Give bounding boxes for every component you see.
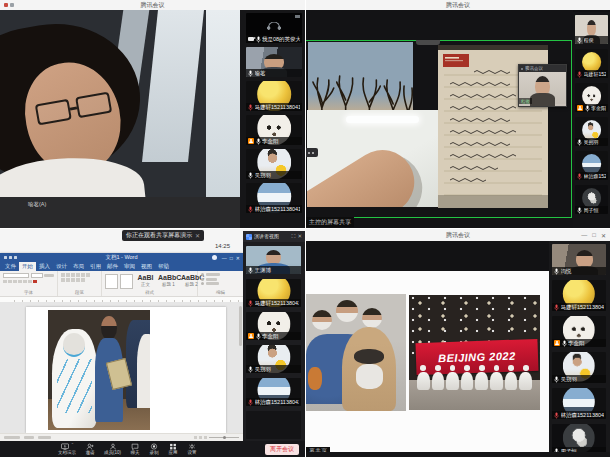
expand-icon[interactable]: ⛶ bbox=[292, 231, 296, 242]
tooltip-close-icon[interactable]: ✕ bbox=[195, 232, 200, 239]
minimize-button[interactable]: — bbox=[581, 232, 587, 238]
participant-tile[interactable]: 喻茗 bbox=[246, 47, 302, 77]
participant-tile[interactable]: 吴朔羽 bbox=[246, 345, 301, 373]
share-toolbar-pill[interactable] bbox=[416, 40, 440, 45]
participant-tile[interactable]: 马建轩1521138041 bbox=[246, 279, 301, 307]
ribbon-tab-邮件[interactable]: 邮件 bbox=[104, 262, 121, 271]
record-button[interactable]: 录制 bbox=[149, 443, 159, 455]
window-titlebar[interactable]: 腾讯会议 — □ ✕ bbox=[306, 229, 610, 241]
window-titlebar[interactable]: 腾讯会议 bbox=[0, 0, 305, 10]
quick-access-toolbar[interactable] bbox=[4, 256, 17, 259]
style-chip[interactable] bbox=[120, 274, 133, 289]
mic-icon bbox=[248, 267, 253, 274]
close-button[interactable]: ✕ bbox=[236, 255, 240, 261]
group-label: 编辑 bbox=[198, 290, 243, 295]
members-button[interactable]: 成员(10) bbox=[104, 443, 121, 455]
participant-tile[interactable]: 冯悦 bbox=[552, 244, 606, 275]
mic-muted-icon bbox=[248, 399, 253, 406]
participant-tile[interactable] bbox=[246, 411, 301, 439]
ribbon-tab-插入[interactable]: 插入 bbox=[36, 262, 53, 271]
style-chip[interactable] bbox=[105, 274, 118, 289]
chat-button[interactable]: 聊天 bbox=[130, 443, 140, 455]
watching-share-tooltip: 你正在观看共享屏幕演示 ✕ bbox=[122, 230, 204, 241]
close-icon[interactable]: ✕ bbox=[297, 231, 302, 242]
ribbon-tab-开始[interactable]: 开始 bbox=[19, 262, 36, 271]
toolbar-button-label: 应用 bbox=[169, 450, 178, 455]
leave-meeting-button[interactable]: 离开会议 bbox=[265, 444, 299, 455]
document-canvas[interactable] bbox=[0, 302, 243, 433]
participant-label: 李金阳 bbox=[246, 137, 302, 145]
word-window-controls[interactable]: — □ ✕ bbox=[222, 253, 240, 262]
maximize-button[interactable]: □ bbox=[230, 255, 233, 261]
zoom-slider[interactable] bbox=[209, 437, 239, 438]
mic-icon bbox=[577, 207, 582, 214]
toolbar-button-label: 邀请 bbox=[86, 450, 95, 455]
window-titlebar[interactable]: 腾讯会议 bbox=[306, 0, 610, 10]
group-label: 字体 bbox=[0, 290, 57, 295]
style-item[interactable]: AaBl正文 bbox=[135, 274, 156, 287]
main-speaker-video bbox=[0, 10, 240, 197]
participant-tile[interactable]: 吴朔羽 bbox=[552, 352, 606, 383]
ribbon-tab-审阅[interactable]: 审阅 bbox=[121, 262, 138, 271]
ribbon-tab-设计[interactable]: 设计 bbox=[53, 262, 70, 271]
ribbon-tab-视图[interactable]: 视图 bbox=[138, 262, 155, 271]
invite-icon bbox=[85, 443, 95, 450]
participant-tile[interactable]: 李金阳 bbox=[552, 316, 606, 347]
participant-tile[interactable]: 林治森1521138041 bbox=[552, 388, 606, 419]
minimize-button[interactable]: — bbox=[222, 255, 227, 261]
participant-tile[interactable]: 我是08的英俊大哥 bbox=[246, 13, 302, 43]
styles-group[interactable]: AaBl正文AaBbC标题 1AaBbC标题 2 样式 bbox=[102, 271, 198, 296]
participant-tile[interactable]: 程俊 bbox=[575, 15, 608, 44]
panel-header[interactable]: 演讲者视图 ⛶ ✕ bbox=[243, 231, 305, 242]
participant-name: 王渊博 bbox=[255, 266, 300, 274]
settings-button[interactable]: 设置 bbox=[187, 443, 197, 455]
participant-tile[interactable]: 周子恒 bbox=[575, 185, 608, 214]
mic-icon bbox=[248, 70, 253, 77]
invite-button[interactable]: 邀请 bbox=[85, 443, 95, 455]
participant-tile[interactable]: 吴朔羽 bbox=[246, 149, 302, 179]
viewer-control-chip[interactable] bbox=[306, 148, 318, 157]
share-screen-button[interactable]: ⌃文档演示 bbox=[58, 443, 76, 455]
close-button[interactable]: ✕ bbox=[601, 232, 606, 239]
participant-tile[interactable]: 林治森1521138041 bbox=[575, 151, 608, 180]
participant-label: 吴朔羽 bbox=[575, 138, 608, 146]
word-titlebar[interactable]: 文档1 - Word — □ ✕ bbox=[0, 253, 243, 262]
speaker-name-label: 喻茗(A) bbox=[28, 201, 46, 208]
style-item[interactable]: AaBbC标题 1 bbox=[158, 274, 179, 287]
train-window bbox=[142, 10, 204, 162]
participant-tile[interactable]: 林治森1521138041 bbox=[246, 183, 302, 213]
apps-button[interactable]: 应用 bbox=[168, 443, 178, 455]
ribbon-tab-引用[interactable]: 引用 bbox=[87, 262, 104, 271]
zoom-control[interactable] bbox=[194, 436, 239, 439]
screenshot-montage: 腾讯会议 喻茗(A) 我是08的英俊大哥喻茗马建轩1521138041李金阳吴朔… bbox=[0, 0, 610, 457]
floating-meeting-mini-window[interactable]: 腾讯会议 程俊 bbox=[518, 64, 567, 107]
participant-tile[interactable]: 李金阳 bbox=[246, 312, 301, 340]
window-controls[interactable]: — □ ✕ bbox=[581, 229, 606, 241]
participant-tile[interactable]: 马建轩1521138041 bbox=[246, 81, 302, 111]
participant-label: 我是08的英俊大哥 bbox=[246, 35, 302, 43]
participant-tile[interactable]: 李金阳 bbox=[575, 83, 608, 112]
participant-tile[interactable]: 马建轩1521138041 bbox=[575, 49, 608, 78]
font-group[interactable]: 字体 bbox=[0, 271, 58, 296]
document-scrollbar[interactable] bbox=[239, 306, 242, 346]
host-badge bbox=[554, 340, 560, 346]
ribbon-tab-文件[interactable]: 文件 bbox=[2, 262, 19, 271]
participant-tile[interactable]: 林治森1521138041 bbox=[246, 378, 301, 406]
participant-label: 林治森1521138041 bbox=[246, 205, 302, 213]
participant-label: 马建轩1521138041 bbox=[575, 70, 608, 78]
mini-window-titlebar[interactable]: 腾讯会议 bbox=[519, 65, 566, 72]
account-avatar[interactable] bbox=[212, 255, 217, 260]
ribbon-tab-帮助[interactable]: 帮助 bbox=[155, 262, 172, 271]
participant-tile[interactable]: 王渊博 bbox=[246, 246, 301, 274]
participant-tile[interactable]: 马建轩1521138041 bbox=[552, 280, 606, 311]
ribbon-tab-布局[interactable]: 布局 bbox=[70, 262, 87, 271]
maximize-button[interactable]: □ bbox=[592, 232, 596, 238]
paragraph-group[interactable]: 段落 bbox=[58, 271, 102, 296]
participant-tile[interactable]: 李金阳 bbox=[246, 115, 302, 145]
participant-tile[interactable]: 吴朔羽 bbox=[575, 117, 608, 146]
participant-name: 周子恒 bbox=[584, 206, 607, 214]
ribbon-tab-bar: 文件开始插入设计布局引用邮件审阅视图帮助 bbox=[0, 262, 243, 271]
styles-gallery[interactable]: AaBl正文AaBbC标题 1AaBbC标题 2 bbox=[105, 273, 194, 289]
editing-group[interactable]: 编辑 bbox=[198, 271, 243, 296]
participant-tile[interactable]: 周子恒 bbox=[552, 424, 606, 455]
